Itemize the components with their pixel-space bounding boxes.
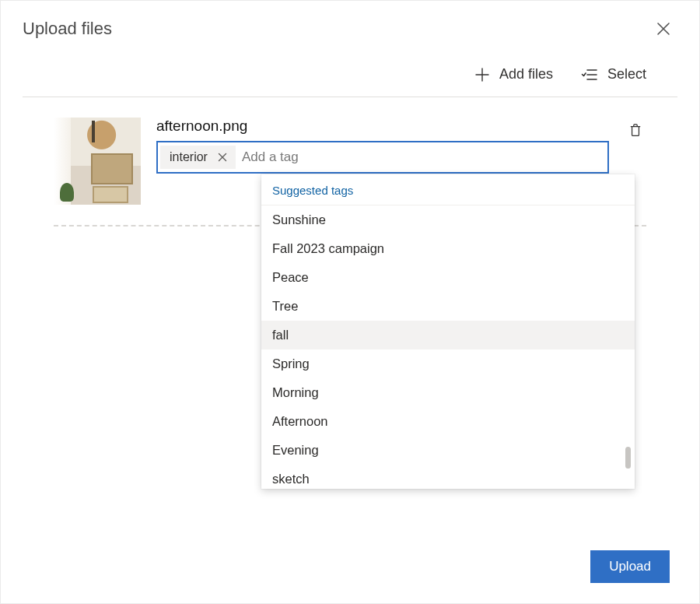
plus-icon [474,67,490,83]
suggested-tag-item[interactable]: fall [261,321,635,349]
suggested-tag-item[interactable]: sketch [261,465,635,489]
select-button[interactable]: Select [581,66,646,83]
tag-field[interactable]: interior [156,141,609,174]
upload-button[interactable]: Upload [590,550,670,583]
tag-chip: interior [160,146,236,169]
close-icon [656,22,670,36]
toolbar: Add files Select [23,43,677,97]
suggested-tag-item[interactable]: Peace [261,263,635,292]
select-list-icon [581,67,598,83]
file-main: afternoon.png interior [156,118,609,174]
scrollbar-thumb[interactable] [625,447,631,469]
delete-file-button[interactable] [625,119,646,141]
add-files-button[interactable]: Add files [474,66,553,83]
close-icon [218,153,227,162]
suggested-tag-item[interactable]: Morning [261,378,635,407]
trash-icon [629,122,642,138]
tag-input[interactable] [236,142,607,172]
suggested-tag-item[interactable]: Evening [261,436,635,465]
suggested-tag-item[interactable]: Spring [261,349,635,378]
dialog-footer: Upload [590,550,670,583]
dialog-title: Upload files [23,19,112,39]
add-files-label: Add files [499,66,553,83]
file-thumbnail[interactable] [54,118,141,205]
close-button[interactable] [649,15,677,43]
file-name: afternoon.png [156,118,609,135]
suggested-tag-item[interactable]: Tree [261,292,635,321]
suggested-tags-dropdown: Suggested tags SunshineFall 2023 campaig… [261,174,635,489]
dialog-header: Upload files [1,1,699,43]
select-label: Select [607,66,646,83]
suggested-tag-item[interactable]: Fall 2023 campaign [261,234,635,263]
remove-tag-button[interactable] [214,149,231,166]
suggested-tag-item[interactable]: Sunshine [261,205,635,234]
tag-chip-label: interior [170,150,208,164]
suggested-tag-item[interactable]: Afternoon [261,407,635,436]
suggested-tags-header: Suggested tags [261,174,635,205]
suggested-tags-list: SunshineFall 2023 campaignPeaceTreefallS… [261,205,635,489]
